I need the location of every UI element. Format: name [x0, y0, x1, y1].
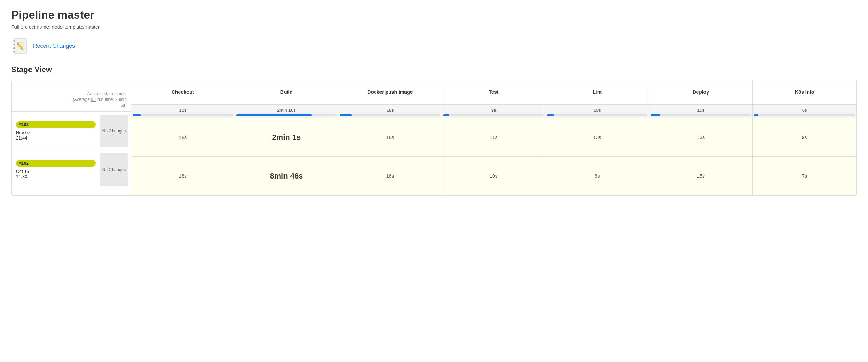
- avg-time-value: 9s: [443, 108, 544, 113]
- recent-changes-row: Recent Changes: [11, 37, 857, 55]
- build-rows-left: #103 Nov 07 21:44 No Changes #102 Oct 15…: [12, 112, 131, 189]
- avg-time-cell: 18s: [338, 105, 442, 118]
- stage-cell[interactable]: 16s: [338, 157, 442, 195]
- stages-grid: CheckoutBuildDocker push imageTestLintDe…: [131, 80, 856, 195]
- avg-time-cell: 9s: [442, 105, 546, 118]
- stage-header-cell: Lint: [545, 80, 649, 105]
- left-panel: Average stage times: (Average full run t…: [12, 80, 131, 195]
- progress-bar-fill: [236, 114, 312, 116]
- stage-cell[interactable]: 13s: [545, 118, 649, 157]
- stage-cell[interactable]: 2min 1s: [235, 118, 339, 157]
- progress-bar-container: [236, 114, 337, 116]
- stage-header-cell: K8s Info: [753, 80, 856, 105]
- avg-time-cell: 6s: [753, 105, 856, 118]
- progress-bar-fill: [651, 114, 661, 116]
- build-row: #102 Oct 15 14:30 No Changes: [12, 150, 131, 189]
- stage-cell[interactable]: 10s: [442, 157, 546, 195]
- stage-header-cell: Test: [442, 80, 546, 105]
- avg-time-cell: 15s: [649, 105, 753, 118]
- build-info: #103 Nov 07 21:44: [12, 112, 100, 150]
- build-badge[interactable]: #102: [16, 160, 96, 167]
- build-badge[interactable]: #103: [16, 121, 96, 128]
- notebook-icon: [11, 37, 30, 55]
- stage-cell[interactable]: 13s: [649, 118, 753, 157]
- svg-rect-2: [13, 44, 15, 45]
- right-panel: CheckoutBuildDocker push imageTestLintDe…: [131, 80, 856, 195]
- page-title: Pipeline master: [11, 8, 857, 21]
- svg-rect-3: [13, 47, 15, 49]
- build-time: 21:44: [16, 135, 96, 141]
- progress-bar-fill: [547, 114, 554, 116]
- no-changes-box: No Changes: [100, 153, 128, 186]
- no-changes-box: No Changes: [100, 115, 128, 147]
- stage-cell[interactable]: 18s: [338, 118, 442, 157]
- stage-header-cell: Checkout: [131, 80, 235, 105]
- build-date: Nov 07: [16, 130, 96, 135]
- progress-bar-container: [754, 114, 855, 116]
- stage-view-container: Average stage times: (Average full run t…: [11, 80, 857, 196]
- build-date: Oct 15: [16, 169, 96, 174]
- stage-cell[interactable]: 18s: [131, 157, 235, 195]
- stage-header-cell: Docker push image: [338, 80, 442, 105]
- stage-cell[interactable]: 11s: [442, 118, 546, 157]
- build-info: #102 Oct 15 14:30: [12, 150, 100, 189]
- avg-time-cell: 10s: [545, 105, 649, 118]
- progress-bar-fill: [754, 114, 758, 116]
- avg-time-value: 12s: [133, 108, 233, 113]
- stage-cell[interactable]: 8s: [545, 157, 649, 195]
- avg-time-cell: 2min 16s: [235, 105, 339, 118]
- build-row: #103 Nov 07 21:44 No Changes: [12, 112, 131, 150]
- avg-text: Average stage times: (Average full run t…: [72, 91, 127, 109]
- avg-time-value: 18s: [340, 108, 440, 113]
- recent-changes-link[interactable]: Recent Changes: [33, 43, 75, 49]
- stage-view-title: Stage View: [11, 65, 857, 74]
- avg-time-value: 15s: [651, 108, 751, 113]
- project-name: Full project name: node-template/master: [11, 24, 857, 30]
- stage-header-cell: Build: [235, 80, 339, 105]
- avg-time-cell: 12s: [131, 105, 235, 118]
- svg-rect-1: [13, 40, 15, 42]
- stage-cell[interactable]: 15s: [649, 157, 753, 195]
- progress-bar-fill: [340, 114, 352, 116]
- build-time: 14:30: [16, 174, 96, 179]
- progress-bar-fill: [133, 114, 141, 116]
- progress-bar-container: [340, 114, 440, 116]
- avg-time-value: 2min 16s: [236, 108, 337, 113]
- stage-header-cell: Deploy: [649, 80, 753, 105]
- stage-cell[interactable]: 8min 46s: [235, 157, 339, 195]
- progress-bar-container: [443, 114, 544, 116]
- avg-time-value: 10s: [547, 108, 647, 113]
- avg-time-value: 6s: [754, 108, 855, 113]
- stage-cell[interactable]: 7s: [753, 157, 856, 195]
- progress-bar-fill: [443, 114, 449, 116]
- stage-cell[interactable]: 18s: [131, 118, 235, 157]
- stage-cell[interactable]: 9s: [753, 118, 856, 157]
- avg-header: Average stage times: (Average full run t…: [12, 80, 131, 112]
- svg-rect-4: [13, 51, 15, 52]
- progress-bar-container: [547, 114, 647, 116]
- progress-bar-container: [651, 114, 751, 116]
- progress-bar-container: [133, 114, 233, 116]
